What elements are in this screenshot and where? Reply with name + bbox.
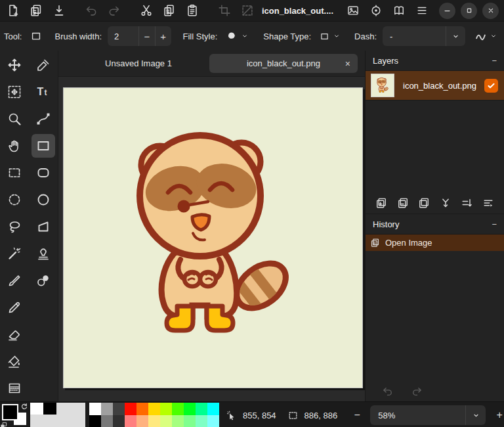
brush-width-value[interactable]: 2 — [108, 32, 138, 41]
fill-style-dropdown[interactable] — [223, 28, 251, 44]
zoom-in-button[interactable]: + — [492, 407, 504, 423]
merge-layer-down-button[interactable] — [438, 195, 453, 211]
ellipse-select-tool[interactable] — [3, 188, 26, 212]
history-collapse-button[interactable]: − — [492, 219, 497, 229]
eraser-tool[interactable] — [3, 323, 26, 346]
palette-swatch[interactable] — [196, 415, 207, 427]
copy-icon — [162, 3, 177, 18]
layers-collapse-button[interactable]: − — [492, 56, 497, 66]
canvas[interactable] — [63, 87, 363, 388]
palette-swatch[interactable] — [89, 415, 101, 427]
rectangle-select-tool[interactable] — [3, 161, 26, 185]
layer-properties-button[interactable] — [480, 195, 496, 211]
minimize-button[interactable] — [439, 3, 455, 19]
brush-width-decrease-button[interactable]: − — [138, 26, 155, 46]
layer-visible-checkbox[interactable] — [484, 79, 498, 93]
palette-swatch[interactable] — [184, 415, 196, 427]
color-picker-tool-icon — [35, 57, 51, 73]
palette-swatch[interactable] — [89, 403, 101, 415]
copy-button[interactable] — [161, 3, 177, 18]
paste-button[interactable] — [184, 3, 200, 18]
duplicate-layer-button[interactable] — [416, 195, 432, 211]
statusbar: 855, 854 886, 886 − 58% + — [0, 401, 504, 427]
recent-color-swatch[interactable] — [30, 403, 43, 415]
palette-swatch[interactable] — [207, 403, 219, 415]
paintbrush-tool[interactable] — [3, 269, 26, 292]
open-image-button[interactable] — [28, 3, 44, 18]
shape-type-dropdown[interactable] — [317, 30, 343, 43]
history-item-icon — [369, 237, 381, 248]
primary-color-swatch[interactable] — [2, 404, 18, 420]
add-ins-menu-button[interactable] — [391, 3, 407, 18]
save-button[interactable] — [51, 3, 67, 18]
palette-swatch[interactable] — [125, 403, 136, 415]
layer-actions-bar — [366, 192, 504, 214]
move-selected-tool[interactable] — [3, 53, 26, 77]
pencil-tool[interactable] — [3, 296, 26, 319]
freeform-shape-tool[interactable] — [32, 215, 55, 238]
new-image-button[interactable] — [5, 3, 21, 18]
dash-chevron[interactable] — [446, 26, 465, 46]
palette-swatch[interactable] — [136, 415, 148, 427]
text-tool[interactable] — [32, 80, 55, 104]
recolor-tool[interactable] — [32, 269, 55, 292]
tool-palette-empty-cell — [29, 321, 58, 348]
reset-colors-icon[interactable] — [0, 422, 7, 427]
palette-swatch[interactable] — [207, 415, 219, 427]
line-curve-tool[interactable] — [32, 107, 55, 131]
ellipse-tool[interactable] — [32, 188, 55, 212]
clone-stamp-tool[interactable] — [32, 242, 55, 265]
adjustments-menu-button[interactable] — [368, 3, 384, 18]
recent-color-swatch[interactable] — [43, 403, 56, 415]
main-menu-button[interactable] — [414, 3, 430, 18]
move-selection-tool[interactable] — [3, 80, 26, 104]
history-undo-button — [379, 383, 395, 399]
move-layer-button[interactable] — [459, 195, 474, 211]
dash-pattern-combobox[interactable]: - — [383, 26, 465, 46]
color-picker-tool[interactable] — [32, 53, 55, 77]
palette-swatch[interactable] — [184, 403, 196, 415]
palette-swatch[interactable] — [136, 403, 148, 415]
lasso-select-tool[interactable] — [3, 215, 26, 238]
zoom-tool[interactable] — [3, 107, 26, 131]
close-button[interactable] — [482, 3, 499, 19]
history-panel-title: History — [373, 219, 399, 229]
maximize-button[interactable] — [461, 3, 477, 19]
palette-swatch[interactable] — [113, 415, 125, 427]
palette-swatch[interactable] — [113, 403, 125, 415]
magic-wand-tool[interactable] — [3, 242, 26, 265]
swap-colors-icon[interactable] — [20, 402, 29, 411]
layer-thumbnail-image — [371, 74, 394, 97]
palette-swatch[interactable] — [148, 415, 160, 427]
palette-swatch[interactable] — [160, 403, 172, 415]
image-menu-button[interactable] — [345, 3, 361, 18]
palette-swatch[interactable] — [172, 403, 184, 415]
layer-row[interactable]: icon_black_out.png — [366, 71, 504, 101]
palette-swatch[interactable] — [172, 415, 184, 427]
tab-icon-black-out[interactable]: icon_black_out.png × — [209, 54, 358, 73]
paint-bucket-tool[interactable] — [3, 349, 26, 373]
add-layer-button[interactable] — [373, 195, 389, 211]
current-tool-button[interactable] — [28, 27, 44, 45]
pan-tool[interactable] — [3, 134, 26, 158]
palette-swatch[interactable] — [196, 403, 207, 415]
palette-swatch[interactable] — [160, 415, 172, 427]
layer-name: icon_black_out.png — [403, 81, 484, 91]
antialiasing-dropdown[interactable] — [472, 29, 500, 44]
palette-swatch[interactable] — [125, 415, 136, 427]
palette-swatch[interactable] — [148, 403, 160, 415]
gradient-tool[interactable] — [3, 376, 26, 400]
rectangle-tool[interactable] — [32, 134, 55, 158]
zoom-out-button[interactable]: − — [349, 407, 365, 423]
zoom-level-combobox[interactable]: 58% — [370, 405, 486, 425]
delete-layer-button[interactable] — [395, 195, 411, 211]
palette-swatch[interactable] — [101, 415, 113, 427]
zoom-chevron[interactable] — [465, 405, 486, 425]
brush-width-increase-button[interactable]: + — [155, 26, 171, 46]
cut-button[interactable] — [138, 3, 154, 18]
tab-close-button[interactable]: × — [345, 58, 350, 69]
history-item-open-image[interactable]: Open Image — [366, 235, 504, 251]
palette-swatch[interactable] — [101, 403, 113, 415]
tab-unsaved-image[interactable]: Unsaved Image 1 — [82, 54, 195, 73]
rounded-rectangle-tool[interactable] — [32, 161, 55, 185]
